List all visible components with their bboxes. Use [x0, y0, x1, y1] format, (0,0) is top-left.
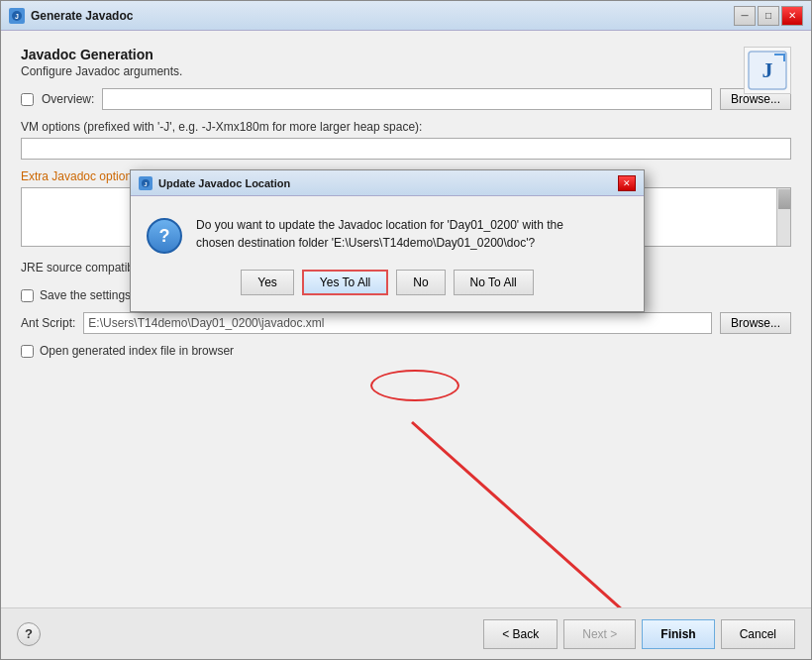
- update-javadoc-dialog: J Update Javadoc Location ✕ ? Do you wan…: [130, 169, 645, 312]
- cancel-button[interactable]: Cancel: [721, 619, 795, 649]
- title-bar: J Generate Javadoc ─ □ ✕: [1, 1, 811, 31]
- navigation-buttons: < Back Next > Finish Cancel: [483, 619, 795, 649]
- close-button[interactable]: ✕: [781, 6, 803, 26]
- help-button[interactable]: ?: [17, 622, 41, 646]
- dialog-close-button[interactable]: ✕: [618, 175, 636, 191]
- dialog-no-button[interactable]: No: [396, 270, 445, 295]
- window-title: Generate Javadoc: [31, 9, 734, 23]
- dialog-overlay: J Update Javadoc Location ✕ ? Do you wan…: [1, 31, 811, 607]
- dialog-yes-to-all-button[interactable]: Yes To All: [302, 270, 388, 295]
- yes-to-all-highlight: [370, 370, 459, 401]
- dialog-title: Update Javadoc Location: [158, 177, 618, 189]
- back-button[interactable]: < Back: [483, 619, 558, 649]
- dialog-message: Do you want to update the Javadoc locati…: [196, 216, 563, 254]
- dialog-no-to-all-button[interactable]: No To All: [454, 270, 534, 295]
- svg-text:J: J: [144, 180, 147, 186]
- main-content: J Javadoc Generation Configure Javadoc a…: [1, 31, 811, 607]
- dialog-title-icon: J: [139, 176, 152, 190]
- svg-text:J: J: [15, 13, 19, 20]
- svg-line-7: [412, 422, 660, 607]
- annotation-arrow: [1, 31, 811, 607]
- dialog-content: ? Do you want to update the Javadoc loca…: [131, 196, 644, 270]
- minimize-button[interactable]: ─: [734, 6, 756, 26]
- window-controls: ─ □ ✕: [734, 6, 803, 26]
- bottom-bar: ? < Back Next > Finish Cancel: [1, 607, 811, 659]
- next-button[interactable]: Next >: [563, 619, 636, 649]
- dialog-buttons: Yes Yes To All No No To All: [131, 270, 644, 311]
- window-icon: J: [9, 8, 25, 24]
- maximize-button[interactable]: □: [758, 6, 779, 26]
- finish-button[interactable]: Finish: [642, 619, 714, 649]
- dialog-yes-button[interactable]: Yes: [241, 270, 294, 295]
- main-window: J Generate Javadoc ─ □ ✕ J Javadoc Gener…: [0, 0, 812, 660]
- dialog-title-bar: J Update Javadoc Location ✕: [131, 170, 644, 196]
- dialog-info-icon: ?: [147, 218, 182, 254]
